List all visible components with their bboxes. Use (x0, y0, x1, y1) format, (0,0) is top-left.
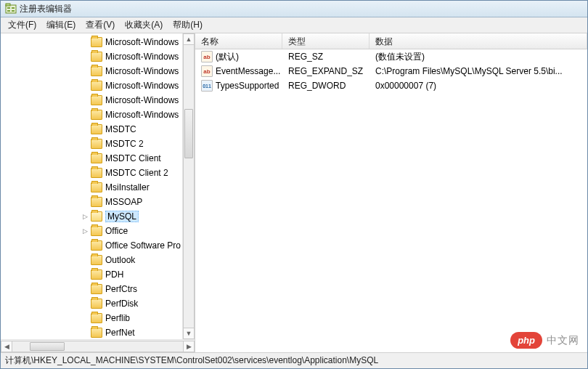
tree-item[interactable]: Office Software Pro (1, 238, 195, 253)
scroll-track[interactable] (183, 44, 195, 328)
tree-item-label: PerfNet (105, 328, 135, 338)
tree-item[interactable]: ▷Office (1, 224, 195, 238)
scroll-left-arrow-icon[interactable]: ◀ (1, 341, 12, 352)
tree-vertical-scrollbar[interactable]: ▲ ▼ (182, 33, 195, 339)
folder-icon (91, 37, 102, 47)
tree-item-label: Office Software Pro (105, 240, 181, 251)
expander-icon[interactable] (81, 299, 89, 308)
folder-icon (91, 269, 102, 280)
expander-icon[interactable] (81, 169, 89, 177)
folder-icon (91, 197, 102, 207)
list-body[interactable]: ab(默认)REG_SZ(数值未设置)abEventMessage...REG_… (195, 49, 587, 352)
column-header-type[interactable]: 类型 (282, 33, 369, 49)
folder-icon (91, 313, 102, 323)
scroll-right-arrow-icon[interactable]: ▶ (183, 341, 195, 352)
tree-item-label: Microsoft-Windows (105, 37, 179, 47)
svg-rect-3 (12, 7, 15, 9)
tree-item[interactable]: Microsoft-Windows (1, 64, 195, 78)
expander-icon[interactable] (81, 81, 89, 90)
expander-icon[interactable] (81, 270, 89, 279)
expander-icon[interactable]: ▷ (81, 227, 89, 235)
tree-item[interactable]: MSDTC Client 2 (1, 166, 195, 180)
menu-edit[interactable]: 编辑(E) (42, 17, 80, 33)
list-row[interactable]: ab(默认)REG_SZ(数值未设置) (195, 49, 587, 64)
tree-item[interactable]: MSSOAP (1, 195, 195, 209)
value-name: (默认) (216, 51, 239, 63)
scroll-up-arrow-icon[interactable]: ▲ (183, 33, 195, 45)
expander-icon[interactable] (81, 256, 89, 264)
svg-rect-0 (6, 5, 16, 13)
expander-icon[interactable] (81, 328, 89, 337)
cell-data: C:\Program Files\MySQL\MySQL Server 5.5\… (369, 66, 587, 76)
string-value-icon: ab (201, 65, 213, 77)
menu-favorites[interactable]: 收藏夹(A) (121, 17, 167, 33)
title-bar: 注册表编辑器 (1, 1, 587, 17)
svg-rect-2 (7, 7, 10, 9)
svg-rect-4 (7, 10, 10, 12)
tree-item[interactable]: Microsoft-Windows (1, 35, 195, 49)
status-bar: 计算机\HKEY_LOCAL_MACHINE\SYSTEM\ControlSet… (1, 352, 587, 368)
tree-item-label: Microsoft-Windows (105, 81, 179, 91)
menu-file[interactable]: 文件(F) (4, 17, 41, 33)
window-title: 注册表编辑器 (20, 3, 72, 15)
expander-icon[interactable] (81, 183, 89, 192)
tree-item-label: PerfDisk (105, 299, 138, 309)
tree-item[interactable]: MSDTC Client (1, 151, 195, 166)
content-area: Microsoft-WindowsMicrosoft-WindowsMicros… (1, 33, 587, 352)
folder-icon (91, 299, 102, 309)
tree-item[interactable]: PerfCtrs (1, 282, 195, 296)
expander-icon[interactable] (81, 125, 89, 134)
expander-icon[interactable] (81, 198, 89, 206)
expander-icon[interactable] (81, 139, 89, 148)
tree-item[interactable]: Microsoft-Windows (1, 78, 195, 93)
scroll-track[interactable] (12, 341, 184, 352)
menu-help[interactable]: 帮助(H) (168, 17, 207, 33)
folder-icon (91, 328, 102, 338)
tree-item[interactable]: Outlook (1, 253, 195, 267)
cell-type: REG_DWORD (282, 81, 369, 91)
expander-icon[interactable] (81, 314, 89, 323)
scroll-thumb[interactable] (184, 109, 193, 158)
tree-item[interactable]: MSDTC 2 (1, 137, 195, 151)
tree-item[interactable]: MSDTC (1, 122, 195, 137)
tree-item[interactable]: MsiInstaller (1, 180, 195, 195)
column-header-name[interactable]: 名称 (195, 33, 282, 49)
expander-icon[interactable] (81, 96, 89, 105)
tree-horizontal-scrollbar[interactable]: ◀ ▶ (1, 339, 195, 352)
folder-icon (91, 81, 102, 91)
list-pane: 名称 类型 数据 ab(默认)REG_SZ(数值未设置)abEventMessa… (195, 33, 587, 352)
expander-icon[interactable] (81, 154, 89, 163)
tree-item[interactable]: Microsoft-Windows (1, 49, 195, 64)
tree-item[interactable]: PerfNet (1, 325, 195, 339)
menu-view[interactable]: 查看(V) (81, 17, 119, 33)
list-row[interactable]: 011TypesSupportedREG_DWORD0x00000007 (7) (195, 78, 587, 93)
expander-icon[interactable] (81, 241, 89, 250)
expander-icon[interactable] (81, 67, 89, 76)
expander-icon[interactable]: ▷ (81, 212, 89, 221)
tree-item[interactable]: Microsoft-Windows (1, 108, 195, 122)
tree-item[interactable]: Perflib (1, 311, 195, 325)
scroll-down-arrow-icon[interactable]: ▼ (183, 328, 195, 339)
tree-item-label: Microsoft-Windows (105, 52, 179, 62)
tree-item-label: MSDTC Client 2 (105, 168, 168, 178)
folder-icon (91, 240, 102, 251)
scroll-thumb[interactable] (30, 342, 65, 351)
tree-item[interactable]: Microsoft-Windows (1, 93, 195, 108)
tree-body[interactable]: Microsoft-WindowsMicrosoft-WindowsMicros… (1, 33, 195, 339)
cell-name: 011TypesSupported (195, 80, 282, 92)
tree-item[interactable]: PerfDisk (1, 296, 195, 311)
folder-icon (91, 153, 102, 163)
svg-rect-5 (12, 10, 15, 12)
expander-icon[interactable] (81, 110, 89, 119)
expander-icon[interactable] (81, 38, 89, 46)
expander-icon[interactable] (81, 52, 89, 61)
tree-item[interactable]: ▷MySQL (1, 209, 195, 224)
expander-icon[interactable] (81, 285, 89, 293)
column-header-data[interactable]: 数据 (369, 33, 587, 49)
tree-item[interactable]: PDH (1, 267, 195, 282)
tree-item-label: Microsoft-Windows (105, 95, 179, 105)
tree-item-label: PerfCtrs (105, 284, 137, 294)
list-row[interactable]: abEventMessage...REG_EXPAND_SZC:\Program… (195, 64, 587, 78)
tree-item-label: MySQL (105, 211, 139, 222)
menu-bar: 文件(F) 编辑(E) 查看(V) 收藏夹(A) 帮助(H) (1, 17, 587, 33)
